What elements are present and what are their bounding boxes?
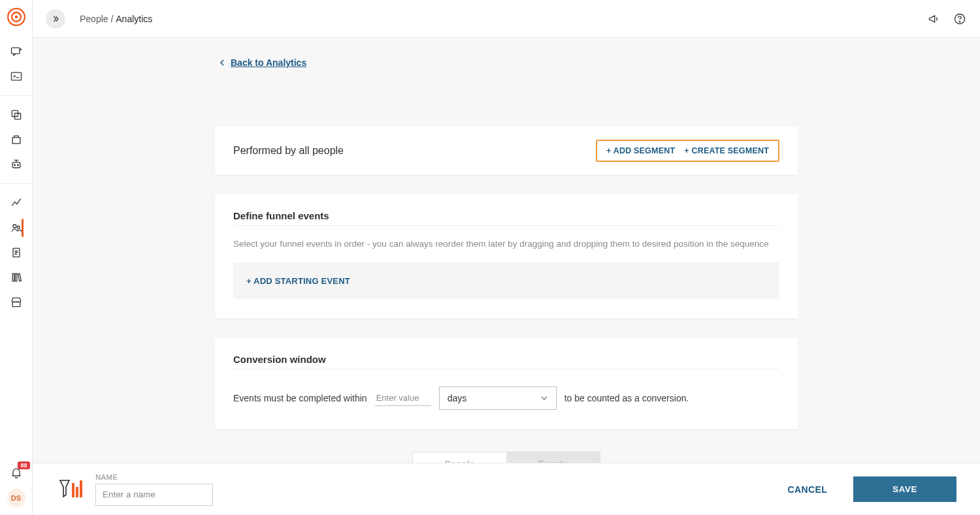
svg-point-2 xyxy=(14,16,18,19)
bot-icon[interactable] xyxy=(9,157,24,172)
notification-badge: 88 xyxy=(18,461,29,469)
announce-icon[interactable] xyxy=(926,12,941,26)
conversion-value-input[interactable] xyxy=(375,390,431,406)
funnel-icon xyxy=(56,476,82,503)
conversion-suffix: to be counted as a conversion. xyxy=(564,393,689,403)
funnel-events-card: Define funnel events Select your funnel … xyxy=(215,195,798,319)
library-icon[interactable] xyxy=(9,270,24,285)
segment-title: Performed by all people xyxy=(233,145,344,157)
main-content: Back to Analytics Performed by all peopl… xyxy=(33,38,980,515)
conversion-window-card: Conversion window Events must be complet… xyxy=(215,338,798,429)
conversion-unit-select[interactable]: days xyxy=(439,386,557,410)
svg-rect-19 xyxy=(80,480,82,497)
back-to-analytics-link[interactable]: Back to Analytics xyxy=(219,57,306,68)
funnel-section-title: Define funnel events xyxy=(233,210,779,226)
funnel-hint: Select your funnel events in order - you… xyxy=(233,238,779,251)
help-icon[interactable] xyxy=(953,12,967,26)
avatar[interactable]: DS xyxy=(7,489,25,507)
name-input[interactable] xyxy=(95,484,213,506)
svg-point-4 xyxy=(20,49,21,50)
expand-sidebar-button[interactable] xyxy=(46,9,65,29)
chat-icon[interactable] xyxy=(9,44,24,59)
breadcrumb: People / Analytics xyxy=(80,14,152,24)
svg-rect-5 xyxy=(11,72,21,80)
svg-rect-8 xyxy=(12,138,20,144)
add-starting-event-button[interactable]: + ADD STARTING EVENT xyxy=(246,276,350,286)
create-segment-button[interactable]: + CREATE SEGMENT xyxy=(684,146,769,155)
svg-point-11 xyxy=(17,164,18,166)
box-icon[interactable] xyxy=(9,133,24,147)
svg-rect-18 xyxy=(76,487,78,497)
svg-rect-9 xyxy=(12,163,20,168)
svg-rect-3 xyxy=(11,48,20,54)
store-icon[interactable] xyxy=(9,295,24,309)
svg-point-12 xyxy=(13,225,16,228)
breadcrumb-current: Analytics xyxy=(116,14,152,24)
svg-rect-17 xyxy=(72,483,74,497)
app-logo[interactable] xyxy=(7,8,25,26)
bottom-action-bar: NAME CANCEL SAVE xyxy=(33,463,980,515)
add-segment-button[interactable]: + ADD SEGMENT xyxy=(606,146,675,155)
cancel-button[interactable]: CANCEL xyxy=(788,484,828,495)
terminal-icon[interactable] xyxy=(9,69,24,84)
conversion-prefix: Events must be completed within xyxy=(233,393,367,403)
segment-actions-highlight: + ADD SEGMENT + CREATE SEGMENT xyxy=(596,140,779,162)
people-icon[interactable] xyxy=(9,221,24,235)
doc-icon[interactable] xyxy=(9,245,24,260)
bell-icon[interactable]: 88 xyxy=(9,465,24,480)
conversion-section-title: Conversion window xyxy=(233,354,779,369)
svg-point-10 xyxy=(14,164,15,166)
name-field-label: NAME xyxy=(95,473,213,481)
topbar: People / Analytics xyxy=(33,0,980,38)
analytics-icon[interactable] xyxy=(9,196,24,210)
sidebar-rail: 88 DS xyxy=(0,0,33,515)
save-button[interactable]: SAVE xyxy=(853,476,956,502)
svg-point-13 xyxy=(17,226,20,228)
segment-card: Performed by all people + ADD SEGMENT + … xyxy=(215,127,798,175)
svg-point-16 xyxy=(959,21,960,22)
layers-icon[interactable] xyxy=(9,108,24,122)
add-starting-event-box: + ADD STARTING EVENT xyxy=(233,262,779,299)
breadcrumb-parent[interactable]: People xyxy=(80,14,108,24)
